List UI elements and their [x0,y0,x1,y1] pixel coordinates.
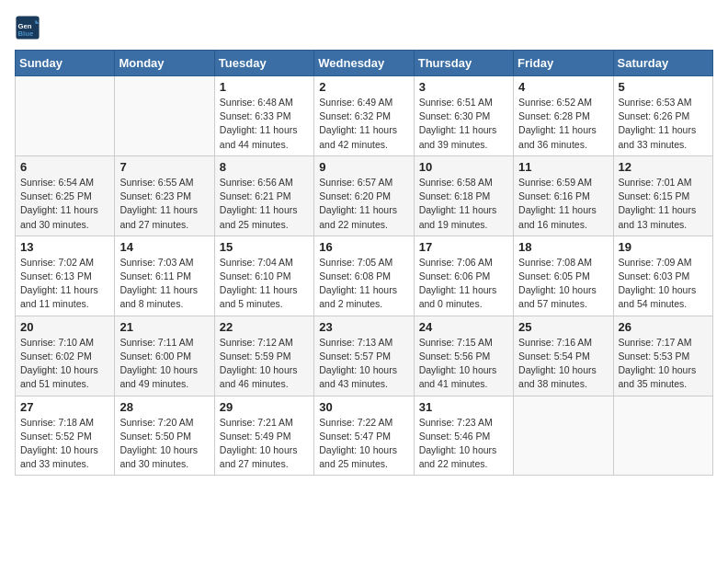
calendar-cell: 20Sunrise: 7:10 AMSunset: 6:02 PMDayligh… [16,316,115,396]
calendar-week-row: 13Sunrise: 7:02 AMSunset: 6:13 PMDayligh… [16,236,713,316]
sunrise-text: Sunrise: 7:16 AM [518,337,592,348]
day-number: 26 [619,320,708,334]
day-detail: Sunrise: 6:51 AMSunset: 6:30 PMDaylight:… [419,96,508,152]
calendar-week-row: 6Sunrise: 6:54 AMSunset: 6:25 PMDaylight… [16,155,713,236]
daylight-text: Daylight: 11 hours and 2 minutes. [319,284,397,309]
sunrise-text: Sunrise: 6:52 AM [518,97,592,108]
day-number: 5 [619,80,708,94]
calendar-cell: 19Sunrise: 7:09 AMSunset: 6:03 PMDayligh… [613,236,712,316]
day-detail: Sunrise: 7:06 AMSunset: 6:06 PMDaylight:… [419,256,508,312]
sunset-text: Sunset: 5:59 PM [220,350,291,362]
sunset-text: Sunset: 5:50 PM [119,431,191,442]
calendar-cell: 2Sunrise: 6:49 AMSunset: 6:32 PMDaylight… [314,76,414,156]
day-number: 14 [119,240,209,254]
sunrise-text: Sunrise: 6:53 AM [619,97,692,108]
day-number: 13 [20,240,109,254]
sunset-text: Sunset: 6:21 PM [220,190,291,201]
day-detail: Sunrise: 7:21 AMSunset: 5:49 PMDaylight:… [220,416,309,472]
sunrise-text: Sunrise: 6:59 AM [518,177,592,188]
sunrise-text: Sunrise: 6:54 AM [20,177,94,188]
sunrise-text: Sunrise: 7:15 AM [419,337,493,348]
calendar-cell: 16Sunrise: 7:05 AMSunset: 6:08 PMDayligh… [314,236,414,316]
calendar-cell: 13Sunrise: 7:02 AMSunset: 6:13 PMDayligh… [16,236,115,316]
sunset-text: Sunset: 5:57 PM [319,350,391,362]
sunset-text: Sunset: 6:28 PM [518,110,590,121]
calendar-week-row: 27Sunrise: 7:18 AMSunset: 5:52 PMDayligh… [16,396,713,476]
calendar-cell: 27Sunrise: 7:18 AMSunset: 5:52 PMDayligh… [16,396,115,476]
logo: Gen Blue [15,15,42,40]
daylight-text: Daylight: 10 hours and 25 minutes. [319,444,397,469]
calendar-cell: 31Sunrise: 7:23 AMSunset: 5:46 PMDayligh… [414,396,513,476]
daylight-text: Daylight: 11 hours and 36 minutes. [518,124,597,149]
daylight-text: Daylight: 10 hours and 27 minutes. [220,444,298,469]
sunrise-text: Sunrise: 7:21 AM [220,417,293,428]
calendar-cell: 17Sunrise: 7:06 AMSunset: 6:06 PMDayligh… [414,236,513,316]
day-detail: Sunrise: 7:15 AMSunset: 5:56 PMDaylight:… [419,336,508,392]
calendar-cell: 7Sunrise: 6:55 AMSunset: 6:23 PMDaylight… [115,155,214,236]
day-number: 20 [20,320,109,334]
day-detail: Sunrise: 7:11 AMSunset: 6:00 PMDaylight:… [119,336,209,392]
svg-text:Blue: Blue [18,29,34,38]
sunrise-text: Sunrise: 7:22 AM [319,417,392,428]
sunset-text: Sunset: 6:00 PM [119,350,191,362]
sunrise-text: Sunrise: 7:09 AM [619,257,692,268]
sunset-text: Sunset: 6:03 PM [619,270,690,282]
weekday-header: Monday [115,51,214,76]
daylight-text: Daylight: 11 hours and 30 minutes. [20,204,98,229]
daylight-text: Daylight: 11 hours and 27 minutes. [119,204,198,229]
sunset-text: Sunset: 6:08 PM [319,270,391,282]
sunrise-text: Sunrise: 6:57 AM [319,177,392,188]
calendar-cell: 4Sunrise: 6:52 AMSunset: 6:28 PMDaylight… [514,76,613,156]
sunset-text: Sunset: 5:56 PM [419,350,491,362]
day-number: 6 [20,160,109,174]
day-number: 29 [220,400,309,414]
calendar-week-row: 20Sunrise: 7:10 AMSunset: 6:02 PMDayligh… [16,316,713,396]
sunrise-text: Sunrise: 7:06 AM [419,257,493,268]
sunrise-text: Sunrise: 6:56 AM [220,177,293,188]
day-detail: Sunrise: 7:02 AMSunset: 6:13 PMDaylight:… [20,256,109,312]
daylight-text: Daylight: 11 hours and 39 minutes. [419,124,497,149]
sunrise-text: Sunrise: 7:23 AM [419,417,493,428]
day-number: 17 [419,240,508,254]
calendar-table: SundayMondayTuesdayWednesdayThursdayFrid… [15,50,713,476]
sunrise-text: Sunrise: 7:18 AM [20,417,94,428]
sunset-text: Sunset: 6:30 PM [419,110,491,121]
calendar-cell: 24Sunrise: 7:15 AMSunset: 5:56 PMDayligh… [414,316,513,396]
calendar-cell: 10Sunrise: 6:58 AMSunset: 6:18 PMDayligh… [414,155,513,236]
sunset-text: Sunset: 6:18 PM [419,190,491,201]
day-detail: Sunrise: 7:05 AMSunset: 6:08 PMDaylight:… [319,256,408,312]
day-detail: Sunrise: 7:12 AMSunset: 5:59 PMDaylight:… [220,336,309,392]
sunset-text: Sunset: 6:16 PM [518,190,590,201]
daylight-text: Daylight: 10 hours and 30 minutes. [119,444,198,469]
sunrise-text: Sunrise: 6:51 AM [419,97,493,108]
daylight-text: Daylight: 11 hours and 19 minutes. [419,204,497,229]
daylight-text: Daylight: 10 hours and 33 minutes. [20,444,98,469]
day-detail: Sunrise: 6:57 AMSunset: 6:20 PMDaylight:… [319,176,408,232]
calendar-cell: 6Sunrise: 6:54 AMSunset: 6:25 PMDaylight… [16,155,115,236]
sunset-text: Sunset: 6:10 PM [220,270,291,282]
calendar-week-row: 1Sunrise: 6:48 AMSunset: 6:33 PMDaylight… [16,76,713,156]
day-detail: Sunrise: 6:55 AMSunset: 6:23 PMDaylight:… [119,176,209,232]
day-detail: Sunrise: 6:48 AMSunset: 6:33 PMDaylight:… [220,96,309,152]
sunrise-text: Sunrise: 7:12 AM [220,337,293,348]
day-number: 4 [518,80,608,94]
sunrise-text: Sunrise: 7:17 AM [619,337,692,348]
sunset-text: Sunset: 6:26 PM [619,110,690,121]
day-detail: Sunrise: 7:20 AMSunset: 5:50 PMDaylight:… [119,416,209,472]
weekday-header: Thursday [414,51,513,76]
daylight-text: Daylight: 11 hours and 5 minutes. [220,284,298,309]
calendar-cell: 28Sunrise: 7:20 AMSunset: 5:50 PMDayligh… [115,396,214,476]
weekday-header: Saturday [613,51,712,76]
sunrise-text: Sunrise: 6:55 AM [119,177,193,188]
day-detail: Sunrise: 7:17 AMSunset: 5:53 PMDaylight:… [619,336,708,392]
sunset-text: Sunset: 6:13 PM [20,270,92,282]
daylight-text: Daylight: 11 hours and 8 minutes. [119,284,198,309]
calendar-cell: 29Sunrise: 7:21 AMSunset: 5:49 PMDayligh… [214,396,313,476]
calendar-cell: 21Sunrise: 7:11 AMSunset: 6:00 PMDayligh… [115,316,214,396]
sunset-text: Sunset: 6:23 PM [119,190,191,201]
calendar-cell [613,396,712,476]
sunset-text: Sunset: 6:06 PM [419,270,491,282]
calendar-cell: 14Sunrise: 7:03 AMSunset: 6:11 PMDayligh… [115,236,214,316]
day-number: 24 [419,320,508,334]
daylight-text: Daylight: 11 hours and 13 minutes. [619,204,697,229]
